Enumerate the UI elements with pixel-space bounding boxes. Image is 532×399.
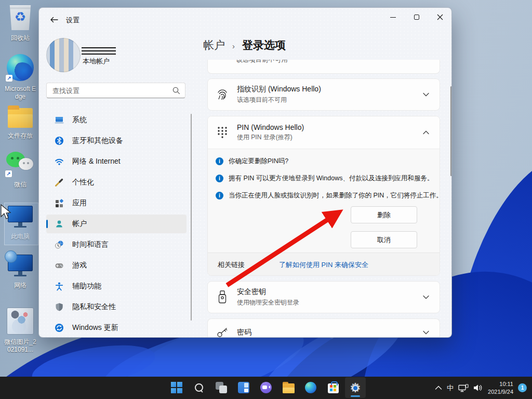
window-title: 设置 — [66, 16, 79, 25]
pin-expanded-area: i 你确定要删除PIN吗? i 拥有 PIN 可以更方便地登录到 Windows… — [208, 149, 440, 252]
tray-chevron-up-icon[interactable] — [435, 385, 442, 390]
sidebar-item-time-language[interactable]: 时间和语言 — [46, 235, 187, 254]
network-icon — [7, 255, 34, 277]
ethernet-network-icon[interactable] — [458, 384, 469, 392]
clipped-card-text: 该选项目前不可用 — [236, 60, 288, 64]
desktop-icon-wechat[interactable]: ↗ 微信 — [3, 151, 37, 189]
sidebar-item-label: 帐户 — [72, 219, 87, 229]
sidebar-item-label: Windows 更新 — [72, 323, 118, 332]
desktop-icon-label: Microsoft Edge — [3, 85, 37, 101]
minimize-icon — [390, 17, 396, 18]
sidebar-item-label: 隐私和安全性 — [72, 302, 116, 312]
chevron-down-icon[interactable] — [423, 295, 429, 299]
sidebar-item-bluetooth[interactable]: 蓝牙和其他设备 — [46, 131, 187, 150]
edge-icon — [305, 382, 316, 393]
desktop-icon-label: 回收站 — [3, 34, 37, 42]
fingerprint-icon — [216, 88, 229, 101]
desktop: ♻ 回收站 ↗ Microsoft Edge 文件存放 ↗ 微信 此电脑 网络 … — [0, 0, 532, 399]
search-box[interactable] — [46, 83, 185, 98]
sidebar-item-label: 辅助功能 — [72, 282, 101, 291]
sidebar-item-label: 个性化 — [72, 178, 94, 187]
desktop-icon-recycle-bin[interactable]: ♻ 回收站 — [3, 5, 37, 42]
sidebar-item-personalization[interactable]: 个性化 — [46, 173, 187, 192]
chevron-down-icon[interactable] — [423, 92, 429, 97]
desktop-icon-network[interactable]: 网络 — [3, 255, 37, 289]
account-name-redacted — [82, 47, 116, 57]
sidebar-item-accounts[interactable]: 帐户 — [46, 215, 187, 233]
clipped-card[interactable]: 该选项目前不可用 — [207, 60, 440, 74]
close-button[interactable] — [428, 8, 451, 26]
delete-button[interactable]: 删除 — [351, 206, 417, 223]
breadcrumb: 帐户 › 登录选项 — [203, 38, 286, 52]
desktop-icon-edge[interactable]: ↗ Microsoft Edge — [3, 54, 37, 101]
pin-security-link[interactable]: 了解如何使用 PIN 来确保安全 — [279, 260, 368, 270]
back-arrow-icon — [50, 17, 58, 23]
card-title: PIN (Windows Hello) — [237, 123, 423, 131]
pin-message: i 拥有 PIN 可以更方便地登录到 Windows、付款以及连接到应用和服务。 — [216, 174, 433, 183]
desktop-icon-label: 文件存放 — [3, 132, 37, 140]
related-links-row: 相关链接 了解如何使用 PIN 来确保安全 — [208, 252, 440, 276]
security-key-card[interactable]: 安全密钥 使用物理安全密钥登录 — [207, 281, 440, 313]
notification-badge[interactable]: 1 — [518, 383, 527, 392]
password-card[interactable]: 密码 — [207, 318, 440, 338]
edge-button[interactable] — [300, 377, 321, 398]
pin-card-header[interactable]: PIN (Windows Hello) 使用 PIN 登录(推荐) — [208, 116, 440, 149]
taskbar-search-button[interactable] — [189, 377, 209, 398]
minimize-button[interactable] — [381, 8, 405, 26]
settings-button[interactable]: ⚙ — [345, 377, 366, 398]
shortcut-arrow-icon: ↗ — [6, 75, 12, 82]
pin-message: i 你确定要删除PIN吗? — [216, 157, 288, 166]
search-input[interactable] — [47, 83, 185, 98]
info-icon: i — [216, 157, 223, 165]
speaker-icon[interactable] — [473, 384, 483, 392]
globe-icon — [5, 250, 17, 263]
file-explorer-button[interactable] — [278, 377, 299, 398]
sidebar-item-label: 网络 & Internet — [72, 157, 121, 166]
store-button[interactable] — [323, 377, 343, 398]
widgets-button[interactable] — [233, 377, 254, 398]
sidebar-item-accessibility[interactable]: 辅助功能 — [46, 277, 187, 296]
sidebar-item-privacy[interactable]: 隐私和安全性 — [46, 298, 187, 316]
card-title: 密码 — [237, 328, 423, 337]
system-tray: 中 10:11 2021/9/24 1 — [435, 377, 527, 399]
sidebar-item-gaming[interactable]: 游戏 — [46, 256, 187, 275]
avatar[interactable] — [46, 38, 81, 72]
ime-indicator[interactable]: 中 — [447, 383, 454, 393]
sidebar-item-system[interactable]: 系统 — [46, 111, 187, 129]
breadcrumb-chevron-icon: › — [232, 42, 235, 50]
maximize-icon — [414, 15, 419, 20]
cancel-button[interactable]: 取消 — [351, 231, 417, 248]
chevron-up-icon[interactable] — [423, 130, 429, 135]
related-links-label: 相关链接 — [218, 260, 245, 270]
update-icon — [55, 323, 64, 332]
desktop-icon-wechat-image[interactable]: 微信图片_2021091... — [3, 308, 37, 354]
chevron-down-icon[interactable] — [423, 330, 429, 335]
tray-date: 2021/9/24 — [488, 388, 513, 396]
desktop-icon-label: 微信 — [3, 181, 37, 189]
back-button[interactable] — [46, 13, 62, 26]
desktop-icon-files-folder[interactable]: 文件存放 — [3, 106, 37, 140]
chat-camera-icon — [260, 382, 272, 393]
store-icon — [328, 383, 339, 393]
pin-pad-icon — [217, 126, 228, 139]
breadcrumb-parent[interactable]: 帐户 — [203, 38, 225, 52]
task-view-button[interactable] — [211, 377, 232, 398]
sidebar-item-network[interactable]: 网络 & Internet — [46, 152, 187, 171]
start-button[interactable] — [166, 377, 187, 398]
apps-icon — [55, 198, 64, 208]
pin-message: i 当你正在使用人脸或指纹识别时，如果删除了你的 PIN，它们将停止工作。 — [216, 191, 440, 200]
clock[interactable]: 10:11 2021/9/24 — [488, 380, 513, 396]
content-scrollbar[interactable] — [450, 86, 452, 176]
titlebar[interactable]: 设置 — [39, 8, 451, 31]
info-icon: i — [216, 192, 223, 200]
settings-nav: 系统 蓝牙和其他设备 网络 & Internet 个性化 — [46, 111, 187, 338]
pin-card: PIN (Windows Hello) 使用 PIN 登录(推荐) i 你确定要… — [207, 116, 440, 276]
sidebar-item-windows-update[interactable]: Windows 更新 — [46, 318, 187, 337]
chat-button[interactable] — [256, 377, 276, 398]
maximize-button[interactable] — [405, 8, 428, 26]
sidebar-item-apps[interactable]: 应用 — [46, 194, 187, 212]
sidebar-item-label: 应用 — [72, 198, 87, 208]
sidebar-scrollbar[interactable] — [191, 114, 192, 321]
info-icon: i — [216, 175, 223, 182]
fingerprint-card[interactable]: 指纹识别 (Windows Hello) 该选项目前不可用 — [207, 78, 440, 111]
